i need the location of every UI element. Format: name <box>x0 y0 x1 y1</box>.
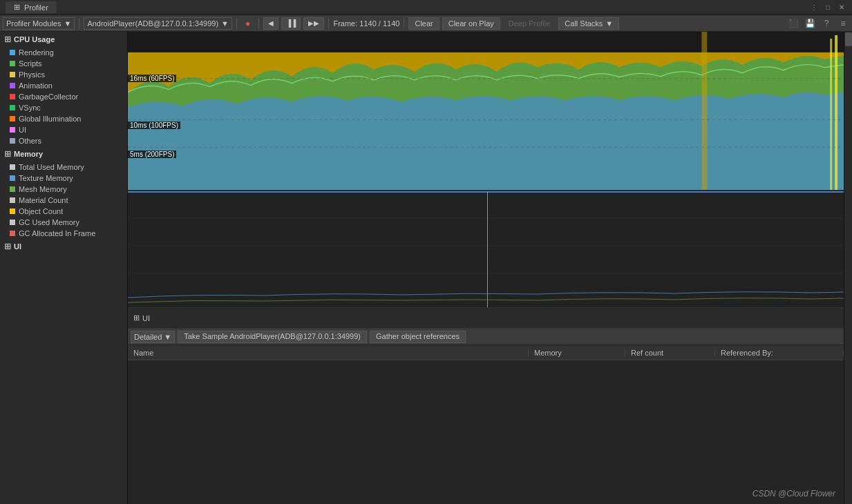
profiler-tab[interactable]: ⊞ Profiler <box>6 1 57 13</box>
sidebar-item-others[interactable]: Others <box>0 135 127 146</box>
toolbar-sep-5 <box>404 18 404 29</box>
gather-refs-btn[interactable]: Gather object references <box>370 331 466 343</box>
ui-section-icon: ⊞ <box>133 313 140 322</box>
cpu-icon: ⊞ <box>4 35 11 44</box>
frame-label: Frame: 1140 / 1140 <box>333 19 399 28</box>
main-toolbar: Profiler Modules ▼ AndroidPlayer(ADB@127… <box>0 15 852 32</box>
deep-profile-btn[interactable]: Deep Profile <box>503 17 556 30</box>
mat-count-color <box>10 197 15 203</box>
scripts-color <box>10 61 15 66</box>
view-dropdown-arrow: ▼ <box>164 333 171 341</box>
sidebar-item-animation[interactable]: Animation <box>0 80 127 91</box>
memory-icon: ⊞ <box>4 149 11 159</box>
sidebar-item-gc-used[interactable]: GC Used Memory <box>0 217 127 228</box>
memory-section-header[interactable]: ⊞ Memory <box>0 146 127 162</box>
right-scrollbar[interactable] <box>844 32 852 504</box>
toolbar-icon-group: ⬛ 💾 ? ≡ <box>787 17 849 30</box>
help-icon[interactable]: ? <box>820 17 833 30</box>
gc-alloc-color <box>10 231 15 236</box>
bottom-panel: Detailed ▼ Take Sample AndroidPlayer(ADB… <box>128 329 844 504</box>
content-area: 16ms (60FPS) 10ms (100FPS) 5ms (200FPS) <box>128 32 844 504</box>
sidebar-item-physics[interactable]: Physics <box>0 69 127 80</box>
memory-chart-section[interactable] <box>128 191 844 308</box>
others-color <box>10 138 15 144</box>
ui-section-bar[interactable]: ⊞ UI <box>128 308 844 329</box>
data-table-header: Name Memory Ref count Referenced By: <box>128 345 844 360</box>
clear-on-play-btn[interactable]: Clear on Play <box>442 17 500 30</box>
watermark: CSDN @Cloud Flower <box>752 489 835 498</box>
col-refby[interactable]: Referenced By: <box>715 349 844 357</box>
fps-label-200: 5ms (200FPS) <box>128 151 176 158</box>
sidebar: ⊞ CPU Usage Rendering Scripts Physics An… <box>0 32 128 504</box>
sidebar-item-vsync[interactable]: VSync <box>0 102 127 113</box>
sidebar-item-scripts[interactable]: Scripts <box>0 58 127 69</box>
tab-label: Profiler <box>24 3 48 12</box>
sidebar-item-mesh-memory[interactable]: Mesh Memory <box>0 184 127 195</box>
gc-used-color <box>10 220 15 225</box>
ui-section-header[interactable]: ⊞ UI <box>0 239 127 254</box>
svg-rect-3 <box>830 39 832 190</box>
sidebar-item-ui[interactable]: UI <box>0 124 127 135</box>
dropdown-arrow: ▼ <box>64 19 71 28</box>
record-btn[interactable]: ● <box>241 17 254 30</box>
obj-count-color <box>10 209 15 214</box>
time-cursor <box>487 192 488 307</box>
window-controls: ⋮ □ ✕ <box>809 3 846 12</box>
more-options-btn[interactable]: ⋮ <box>809 3 819 12</box>
svg-rect-7 <box>128 191 844 308</box>
sidebar-item-gc[interactable]: GarbageCollector <box>0 91 127 102</box>
device-dropdown[interactable]: AndroidPlayer(ADB@127.0.0.1:34999) ▼ <box>84 17 232 30</box>
svg-rect-1 <box>701 32 707 190</box>
sidebar-item-rendering[interactable]: Rendering <box>0 47 127 58</box>
view-dropdown[interactable]: Detailed ▼ <box>131 331 175 343</box>
sidebar-item-material-count[interactable]: Material Count <box>0 195 127 206</box>
cpu-section-header[interactable]: ⊞ CPU Usage <box>0 32 127 47</box>
sidebar-item-total-memory[interactable]: Total Used Memory <box>0 162 127 173</box>
title-bar: ⊞ Profiler ⋮ □ ✕ <box>0 0 852 15</box>
svg-rect-2 <box>835 35 837 190</box>
main-layout: ⊞ CPU Usage Rendering Scripts Physics An… <box>0 32 852 504</box>
menu-icon[interactable]: ≡ <box>837 17 849 30</box>
sidebar-item-gi[interactable]: Global Illumination <box>0 113 127 124</box>
next-frame-btn[interactable]: ▶▶ <box>303 17 324 30</box>
col-refcount[interactable]: Ref count <box>625 349 715 357</box>
sidebar-item-gc-alloc[interactable]: GC Allocated In Frame <box>0 228 127 239</box>
take-sample-btn[interactable]: Take Sample AndroidPlayer(ADB@127.0.0.1:… <box>178 331 367 343</box>
memory-chart-svg <box>128 191 844 308</box>
table-body: CSDN @Cloud Flower <box>128 360 844 504</box>
physics-color <box>10 72 15 77</box>
maximize-btn[interactable]: □ <box>823 3 833 12</box>
toolbar-sep-4 <box>328 18 329 29</box>
ui-section-label: UI <box>142 314 150 322</box>
gi-color <box>10 116 15 122</box>
data-table-section: Name Memory Ref count Referenced By: <box>128 345 844 504</box>
rendering-color <box>10 50 15 55</box>
call-stacks-arrow: ▼ <box>605 19 613 28</box>
vsync-color <box>10 105 15 110</box>
clear-btn[interactable]: Clear <box>408 17 439 30</box>
total-mem-color <box>10 164 15 170</box>
mesh-mem-color <box>10 186 15 192</box>
tab-icon: ⊞ <box>14 3 20 12</box>
toolbar-sep-1 <box>79 18 79 29</box>
gc-color <box>10 94 15 99</box>
device-dropdown-arrow: ▼ <box>221 19 229 28</box>
modules-dropdown[interactable]: Profiler Modules ▼ <box>3 17 75 30</box>
toolbar-sep-3 <box>258 18 259 29</box>
close-btn[interactable]: ✕ <box>837 3 846 12</box>
ui-icon: ⊞ <box>4 242 11 251</box>
sidebar-item-texture-memory[interactable]: Texture Memory <box>0 173 127 184</box>
ui-color <box>10 127 15 133</box>
screenshot-icon[interactable]: ⬛ <box>787 17 799 30</box>
col-memory[interactable]: Memory <box>529 349 625 357</box>
cpu-chart-svg <box>128 32 844 190</box>
sidebar-item-object-count[interactable]: Object Count <box>0 206 127 217</box>
cpu-chart-section[interactable]: 16ms (60FPS) 10ms (100FPS) 5ms (200FPS) <box>128 32 844 191</box>
save-icon[interactable]: 💾 <box>804 17 816 30</box>
call-stacks-btn[interactable]: Call Stacks ▼ <box>558 17 619 30</box>
toolbar-sep-2 <box>236 18 237 29</box>
col-name[interactable]: Name <box>128 349 529 357</box>
prev-frame-btn[interactable]: ◀ <box>263 17 278 30</box>
pause-btn[interactable]: ▐▐ <box>281 17 301 30</box>
fps-label-100: 10ms (100FPS) <box>128 122 180 129</box>
